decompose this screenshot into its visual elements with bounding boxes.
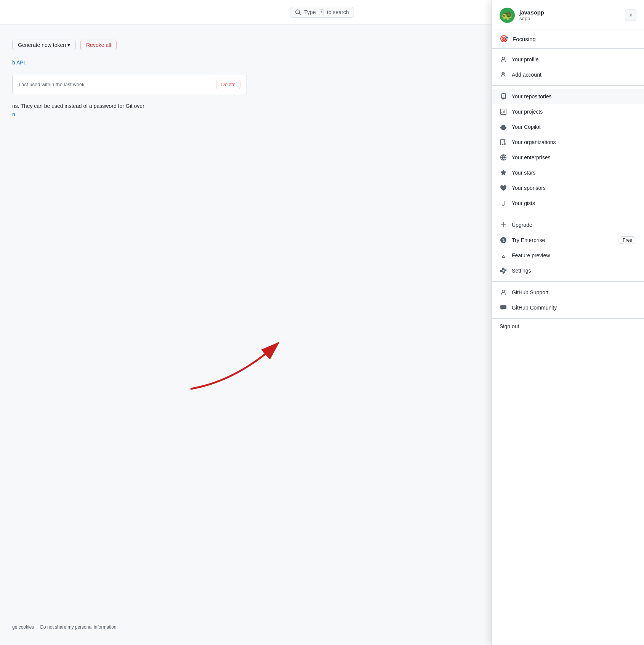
info-text: ns. They can be used instead of a passwo… <box>12 103 144 109</box>
info-text-block: ns. They can be used instead of a passwo… <box>12 102 247 119</box>
community-icon <box>500 304 507 311</box>
menu-item-github-support[interactable]: GitHub Support <box>492 285 644 300</box>
user-names: javasopp sopp <box>519 9 544 21</box>
generate-token-button[interactable]: Generate new token ▾ <box>12 40 76 50</box>
menu-item-github-community[interactable]: GitHub Community <box>492 300 644 315</box>
menu-item-settings[interactable]: Settings <box>492 263 644 278</box>
revoke-all-button[interactable]: Revoke all <box>80 40 117 50</box>
focusing-section[interactable]: 🎯 Focusing <box>492 29 644 49</box>
search-label: Type <box>304 9 316 15</box>
menu-item-your-gists[interactable]: Your gists <box>492 196 644 211</box>
menu-item-feature-preview[interactable]: Feature preview <box>492 248 644 263</box>
your-projects-label: Your projects <box>512 109 636 115</box>
support-icon <box>500 289 507 296</box>
github-support-label: GitHub Support <box>512 289 636 295</box>
free-badge: Free <box>618 236 636 244</box>
your-profile-label: Your profile <box>512 56 636 63</box>
personal-info-link[interactable]: Do not share my personal information <box>40 624 116 630</box>
menu-item-upgrade[interactable]: Upgrade <box>492 217 644 233</box>
feature-preview-label: Feature preview <box>512 252 636 258</box>
project-icon <box>500 108 507 116</box>
your-organizations-label: Your organizations <box>512 139 636 145</box>
menu-item-your-organizations[interactable]: Your organizations <box>492 135 644 150</box>
focusing-label: Focusing <box>513 36 536 42</box>
menu-item-your-sponsors[interactable]: Your sponsors <box>492 180 644 196</box>
focusing-icon: 🎯 <box>500 35 508 43</box>
copilot-icon <box>500 123 507 131</box>
org-icon <box>500 138 507 146</box>
person-icon <box>500 56 507 63</box>
your-enterprises-label: Your enterprises <box>512 154 636 160</box>
search-suffix: to search <box>327 9 349 15</box>
menu-item-add-account[interactable]: Add account <box>492 67 644 82</box>
gist-icon <box>500 199 507 207</box>
enterprise-globe-icon <box>500 236 507 244</box>
footer-links: ge cookies Do not share my personal info… <box>12 624 116 630</box>
avatar: 🐢 <box>500 8 515 23</box>
your-copilot-label: Your Copilot <box>512 124 636 130</box>
upload-icon <box>500 221 507 229</box>
delete-token-button[interactable]: Delete <box>216 80 240 89</box>
add-account-label: Add account <box>512 72 636 78</box>
try-enterprise-label: Try Enterprise <box>512 237 614 243</box>
content-section: Your repositories Your projects Your Cop… <box>492 86 644 214</box>
upgrade-label: Upgrade <box>512 222 636 228</box>
your-gists-label: Your gists <box>512 200 636 206</box>
avatar-image: 🐢 <box>501 10 513 21</box>
tools-section: Upgrade Try Enterprise Free Feature prev… <box>492 214 644 282</box>
menu-item-your-copilot[interactable]: Your Copilot <box>492 119 644 135</box>
account-section: Your profile Add account <box>492 49 644 86</box>
menu-item-try-enterprise[interactable]: Try Enterprise Free <box>492 233 644 248</box>
cookies-link[interactable]: ge cookies <box>12 624 34 630</box>
gear-icon <box>500 267 507 274</box>
username: javasopp <box>519 9 544 16</box>
token-last-used: Last used within the last week <box>19 82 85 87</box>
token-actions: Generate new token ▾ Revoke all <box>12 40 247 50</box>
user-info: 🐢 javasopp sopp <box>500 8 544 23</box>
menu-item-your-profile[interactable]: Your profile <box>492 52 644 67</box>
api-link[interactable]: b API. <box>12 59 247 66</box>
info-link[interactable]: n. <box>12 111 17 117</box>
menu-item-your-repositories[interactable]: Your repositories <box>492 89 644 104</box>
flask-icon <box>500 252 507 259</box>
settings-label: Settings <box>512 268 636 274</box>
github-community-label: GitHub Community <box>512 305 636 311</box>
globe-icon <box>500 154 507 161</box>
user-handle: sopp <box>519 16 544 21</box>
support-section: GitHub Support GitHub Community <box>492 282 644 319</box>
heart-icon <box>500 184 507 192</box>
menu-item-your-stars[interactable]: Your stars <box>492 165 644 180</box>
repo-icon <box>500 93 507 100</box>
token-row: Last used within the last week Delete <box>12 75 247 94</box>
menu-item-your-enterprises[interactable]: Your enterprises <box>492 150 644 165</box>
person-add-icon <box>500 71 507 79</box>
sign-out-section: Sign out <box>492 319 644 334</box>
user-dropdown-menu: 🐢 javasopp sopp × 🎯 Focusing Your profil… <box>492 0 644 645</box>
menu-item-your-projects[interactable]: Your projects <box>492 104 644 119</box>
your-stars-label: Your stars <box>512 170 636 176</box>
your-repositories-label: Your repositories <box>512 93 636 99</box>
star-icon <box>500 169 507 176</box>
your-sponsors-label: Your sponsors <box>512 185 636 191</box>
sign-out-button[interactable]: Sign out <box>500 323 519 329</box>
search-bar[interactable]: Type / to search <box>290 7 354 18</box>
close-button[interactable]: × <box>625 10 636 21</box>
dropdown-header: 🐢 javasopp sopp × <box>492 0 644 29</box>
slash-key: / <box>319 9 324 15</box>
main-content-area: Generate new token ▾ Revoke all b API. L… <box>0 24 259 645</box>
